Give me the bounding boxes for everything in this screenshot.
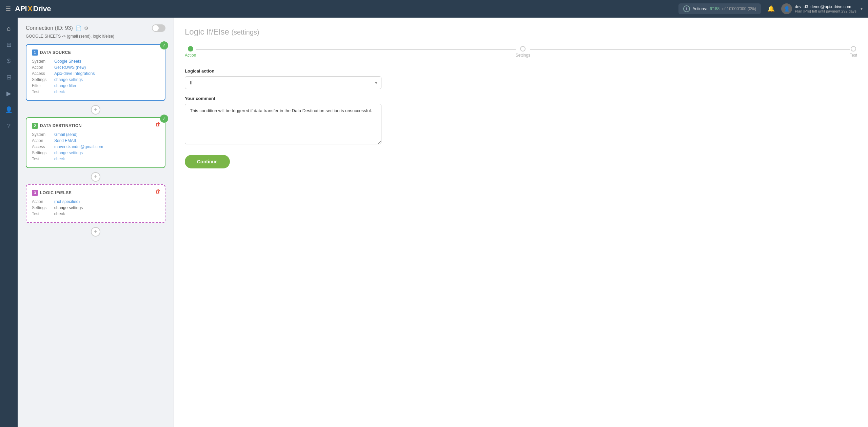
block2-row-test: Test check [32, 157, 159, 161]
source-action-link[interactable]: Get ROWS (new) [54, 65, 86, 70]
sidebar: ⌂ ⊞ $ ⊟ ▶ 👤 ? [0, 18, 18, 427]
block1-number: 1 [32, 49, 38, 56]
comment-group: Your comment This condition will be trig… [185, 96, 857, 145]
document-icon[interactable]: 📄 [76, 25, 81, 31]
block1-row-filter: Filter change filter [32, 83, 159, 88]
connection-title: Connection (ID: 93) [26, 25, 73, 31]
sidebar-item-diagram[interactable]: ⊞ [2, 38, 16, 52]
block3-number: 3 [32, 190, 38, 196]
block1-row-test: Test check [32, 89, 159, 94]
step-test-label: Test [850, 53, 857, 58]
chevron-down-icon: ▾ [861, 6, 863, 11]
dest-system-link[interactable]: Gmail (send) [54, 132, 78, 137]
logical-action-group: Logical action If Else Else If ▾ [185, 68, 857, 89]
info-icon: i [683, 5, 690, 12]
connection-subtitle: GOOGLE SHEETS -> (gmail (send), logic if… [26, 34, 165, 39]
sidebar-item-apps[interactable]: ⊟ [2, 70, 16, 84]
notifications-bell[interactable]: 🔔 [765, 3, 777, 15]
actions-counter-box: i Actions: 6'188 of 10'000'000 (0%) [678, 3, 761, 14]
user-info: dev_d3_demo@apix-drive.com Plan |Pro| le… [795, 4, 856, 13]
add-block-btn-3[interactable]: + [91, 227, 100, 237]
source-filter-link[interactable]: change filter [54, 83, 76, 88]
block3-row-action: Action (not specified) [32, 199, 159, 204]
source-system-link[interactable]: Google Sheets [54, 59, 81, 64]
step-line-2 [530, 49, 850, 50]
left-panel: Connection (ID: 93) 📄 ⚙ GOOGLE SHEETS ->… [18, 18, 174, 427]
logo-drive-text: Drive [33, 4, 51, 13]
logical-action-select-wrapper: If Else Else If ▾ [185, 76, 381, 89]
avatar: 👤 [781, 3, 792, 14]
step-settings-circle [520, 46, 526, 52]
user-email: dev_d3_demo@apix-drive.com [795, 4, 856, 9]
data-destination-block: ✓ 🗑 2 DATA DESTINATION System Gmail (sen… [26, 117, 165, 168]
source-settings-link[interactable]: change settings [54, 77, 83, 82]
block3-header: 3 LOGIC IF/ELSE [32, 190, 159, 196]
source-test-link[interactable]: check [54, 89, 65, 94]
block2-header: 2 DATA DESTINATION [32, 123, 159, 129]
logical-action-label: Logical action [185, 68, 857, 74]
right-panel: Logic If/Else (settings) Action Settings… [174, 18, 868, 427]
source-access-link[interactable]: Apix-drive Integrations [54, 71, 95, 76]
data-source-block: ✓ 1 DATA SOURCE System Google Sheets Act… [26, 44, 165, 101]
comment-textarea[interactable]: This condition will be triggered if data… [185, 104, 381, 144]
step-settings-label: Settings [516, 53, 530, 58]
dest-access-link[interactable]: maverickandrii@gmail.com [54, 144, 103, 149]
logic-if-block: 🗑 3 LOGIC IF/ELSE Action (not specified)… [26, 184, 165, 223]
step-action: Action [185, 46, 196, 58]
block2-row-action: Action Send EMAIL [32, 138, 159, 143]
comment-label: Your comment [185, 96, 857, 101]
step-settings: Settings [516, 46, 530, 58]
dest-settings-link[interactable]: change settings [54, 150, 83, 155]
block3-row-settings: Settings change settings [32, 205, 159, 210]
add-block-btn-1[interactable]: + [91, 105, 100, 115]
block1-header: 1 DATA SOURCE [32, 49, 159, 56]
hamburger-icon[interactable]: ☰ [5, 5, 11, 13]
step-line-1 [196, 49, 515, 50]
block1-row-system: System Google Sheets [32, 59, 159, 64]
logo-api-text: API [15, 4, 27, 13]
dest-test-link[interactable]: check [54, 157, 65, 161]
block1-row-settings: Settings change settings [32, 77, 159, 82]
logical-action-select[interactable]: If Else Else If [185, 76, 381, 89]
block2-title: DATA DESTINATION [40, 123, 82, 128]
delete-destination-btn[interactable]: 🗑 [155, 121, 161, 127]
sidebar-item-help[interactable]: ? [2, 119, 16, 133]
add-block-btn-2[interactable]: + [91, 172, 100, 182]
settings-gear-icon[interactable]: ⚙ [84, 25, 88, 31]
logic-test-value: check [54, 211, 65, 216]
step-test-circle [851, 46, 856, 52]
logo: APIXDrive [15, 4, 51, 13]
block1-title: DATA SOURCE [40, 50, 71, 55]
connection-toggle[interactable] [152, 24, 165, 32]
sidebar-item-billing[interactable]: $ [2, 54, 16, 68]
user-menu[interactable]: 👤 dev_d3_demo@apix-drive.com Plan |Pro| … [781, 3, 863, 14]
block1-row-access: Access Apix-drive Integrations [32, 71, 159, 76]
step-action-label: Action [185, 53, 196, 58]
block2-row-settings: Settings change settings [32, 150, 159, 155]
logic-action-link[interactable]: (not specified) [54, 199, 80, 204]
check-badge-source: ✓ [160, 41, 168, 49]
step-test: Test [850, 46, 857, 58]
step-action-circle [188, 46, 193, 52]
block3-title: LOGIC IF/ELSE [40, 190, 72, 195]
block3-row-test: Test check [32, 211, 159, 216]
block1-row-action: Action Get ROWS (new) [32, 65, 159, 70]
dest-action-link[interactable]: Send EMAIL [54, 138, 77, 143]
connection-header: Connection (ID: 93) 📄 ⚙ [26, 24, 165, 32]
logic-settings-value: change settings [54, 205, 83, 210]
sidebar-item-video[interactable]: ▶ [2, 87, 16, 100]
topnav: ☰ APIXDrive i Actions: 6'188 of 10'000'0… [0, 0, 868, 18]
page-title: Logic If/Else (settings) [185, 27, 857, 37]
user-plan: Plan |Pro| left until payment 292 days [795, 9, 856, 13]
actions-label: Actions: [693, 6, 707, 11]
delete-logic-btn[interactable]: 🗑 [155, 188, 161, 195]
sidebar-item-home[interactable]: ⌂ [2, 22, 16, 35]
step-indicator: Action Settings Test [185, 46, 857, 58]
block2-row-system: System Gmail (send) [32, 132, 159, 137]
sidebar-item-profile[interactable]: 👤 [2, 103, 16, 117]
check-badge-dest: ✓ [160, 115, 168, 123]
block2-number: 2 [32, 123, 38, 129]
actions-total: of 10'000'000 (0%) [722, 6, 756, 11]
continue-button[interactable]: Continue [185, 155, 230, 168]
actions-count: 6'188 [710, 6, 719, 11]
